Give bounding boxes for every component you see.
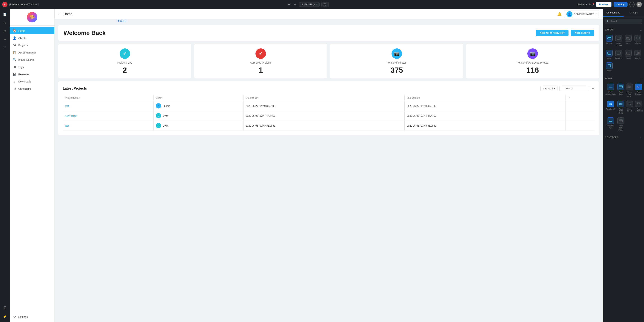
sidebar-item-projects[interactable]: 📽 Projects xyxy=(10,42,54,49)
component-form-text-field[interactable]: Form Text Field xyxy=(605,116,616,132)
project-link[interactable]: newProject xyxy=(65,114,77,117)
deploy-button[interactable]: Deploy xyxy=(614,2,628,7)
add-client-button[interactable]: ADD CLIENT xyxy=(571,30,594,36)
async-content-icon xyxy=(616,35,622,42)
redo-button[interactable]: ↪ xyxy=(293,2,297,7)
tab-components[interactable]: Components xyxy=(603,9,624,17)
stat-card-approved-projects: ✔ Approved Projects 1 xyxy=(194,44,328,78)
component-form-switch[interactable]: Form Switch xyxy=(605,100,616,115)
stat-value-approved-photos: 116 xyxy=(526,66,539,74)
sidebar-item-settings[interactable]: ⚙ Settings xyxy=(10,313,54,320)
controls-section: Controls ▲ xyxy=(603,134,644,141)
form-section-title[interactable]: Form ▲ xyxy=(605,76,642,81)
component-form-multiselect[interactable]: Form Multiselect xyxy=(634,100,643,115)
svg-point-29 xyxy=(620,103,620,104)
svg-point-30 xyxy=(620,104,621,105)
backup-button[interactable]: Backup ▾ xyxy=(578,3,587,6)
svg-rect-19 xyxy=(619,86,622,88)
component-form-date-picker[interactable]: Form Date Picker xyxy=(617,116,624,132)
grid-label: ⊞ Grid 1 xyxy=(116,20,127,23)
rows-select[interactable]: 5 Row(s) ▾ xyxy=(540,86,558,91)
device-selector[interactable]: 🖥 Extra large ▾ xyxy=(299,2,320,7)
controls-section-title[interactable]: Controls ▲ xyxy=(605,135,642,140)
admin-chevron-icon: ▾ xyxy=(595,12,597,16)
save-button[interactable]: Save xyxy=(589,3,594,6)
component-card[interactable]: Card xyxy=(605,49,613,60)
component-form-select[interactable]: Form Select xyxy=(626,100,633,115)
component-paper[interactable]: Paper xyxy=(605,61,613,73)
tags-icon: ✖ xyxy=(13,65,16,69)
component-form-radio-group[interactable]: Form Radio Group xyxy=(617,100,624,115)
component-form-field-array[interactable]: Form Field Array xyxy=(626,83,633,98)
help-button[interactable]: ? xyxy=(630,2,635,7)
p-cell xyxy=(566,111,595,121)
component-menu[interactable]: Menu xyxy=(624,34,632,48)
hamburger-icon[interactable]: ☰ xyxy=(58,12,61,16)
component-async-content[interactable]: Async Content xyxy=(614,34,623,48)
sidebar-item-campaigns[interactable]: ⊙ Campaigns xyxy=(10,85,54,92)
p-cell xyxy=(566,101,595,111)
project-link[interactable]: test xyxy=(65,124,69,127)
sidebar-item-home[interactable]: 🏠 Home xyxy=(10,27,54,35)
panel-tabs: Components Groups xyxy=(603,9,644,17)
page-icon[interactable]: 📄 xyxy=(2,11,8,18)
projects-tbody: test P Photag 2022-06-27T14:49:37.640Z 2… xyxy=(63,101,595,131)
database-icon[interactable]: 🗄 xyxy=(2,305,8,311)
layers-icon[interactable]: ⊞ xyxy=(2,28,8,35)
tab-groups[interactable]: Groups xyxy=(624,9,644,17)
project-name-cell: test xyxy=(63,121,154,131)
function-icon[interactable]: fx xyxy=(2,44,8,51)
user-avatar[interactable]: SS xyxy=(636,2,642,7)
code-icon[interactable]: {;} xyxy=(2,20,8,26)
card-icon xyxy=(606,50,612,57)
client-name: Ovan xyxy=(162,114,168,117)
component-form-checkbox[interactable]: Form Checkbox xyxy=(634,83,643,98)
component-header[interactable]: Header xyxy=(605,34,613,48)
svg-marker-9 xyxy=(638,39,638,40)
sidebar-item-releases[interactable]: 📓 Releases xyxy=(10,71,54,78)
created-cell: 2022-06-06T07:43:31.963Z xyxy=(243,121,404,131)
sidebar-item-downloads[interactable]: ↓ Downloads xyxy=(10,78,54,85)
component-form-block[interactable]: Form Block xyxy=(617,83,624,98)
form-chevron-icon: ▲ xyxy=(640,77,642,80)
auto-selector[interactable]: auto ⬆⬇ xyxy=(322,2,329,7)
globe-icon[interactable]: ☁ xyxy=(2,36,8,43)
admin-badge[interactable]: 👤 ADMINISTRATOR ▾ xyxy=(564,10,599,18)
component-footer[interactable]: Footer xyxy=(624,49,632,60)
p-cell xyxy=(566,121,595,131)
inner-content: Welcome Back ADD NEW PROJECT ADD CLIENT … xyxy=(54,21,603,139)
component-drawer[interactable]: Drawer xyxy=(634,49,642,60)
sidebar-item-label: Home xyxy=(18,29,25,32)
client-cell: O Ovan xyxy=(154,111,244,121)
app-header-title: Home xyxy=(64,12,72,16)
projects-table: Project Name Client Created On Last Upda… xyxy=(63,95,595,131)
sidebar-item-asset-manager[interactable]: 📋 Asset Manager xyxy=(10,49,54,56)
component-form-autocomplete[interactable]: Form Autocomplete xyxy=(605,83,616,98)
updated-cell: 2022-06-27T14:49:37.640Z xyxy=(404,101,566,111)
updated-cell: 2022-06-06T07:44:47.445Z xyxy=(404,111,566,121)
preview-button[interactable]: Preview xyxy=(596,2,612,7)
projects-search-input[interactable] xyxy=(559,86,589,91)
layout-section: Layout ▲ Header Async Content xyxy=(603,26,644,75)
add-new-project-button[interactable]: ADD NEW PROJECT xyxy=(536,30,569,36)
sidebar-item-image-search[interactable]: 🔍 Image Search xyxy=(10,56,54,63)
approved-photos-icon: 📷 xyxy=(528,49,538,59)
component-container[interactable]: Container xyxy=(614,49,623,60)
sidebar-item-clients[interactable]: 👤 Clients xyxy=(10,35,54,42)
notification-bell-icon[interactable]: 🔔 xyxy=(557,12,562,17)
filter-button[interactable]: ≡ xyxy=(591,86,595,91)
total-photos-icon: 📷 xyxy=(392,49,402,59)
sidebar-item-label: Settings xyxy=(18,315,28,318)
sliders-icon[interactable]: ⚡ xyxy=(2,313,8,320)
undo-button[interactable]: ↩ xyxy=(288,2,291,7)
panel-search-input[interactable] xyxy=(605,19,642,24)
svg-rect-37 xyxy=(609,120,612,122)
downloads-icon: ↓ xyxy=(13,80,16,83)
projects-live-icon: ✔ xyxy=(120,49,130,59)
layout-section-title[interactable]: Layout ▲ xyxy=(605,27,642,32)
project-link[interactable]: test xyxy=(65,105,69,107)
component-popper[interactable]: Popper xyxy=(634,34,642,48)
sidebar-item-tags[interactable]: ✖ Tags xyxy=(10,63,54,71)
form-switch-icon xyxy=(607,101,614,107)
stat-label-projects-live: Projects Live xyxy=(117,61,132,64)
